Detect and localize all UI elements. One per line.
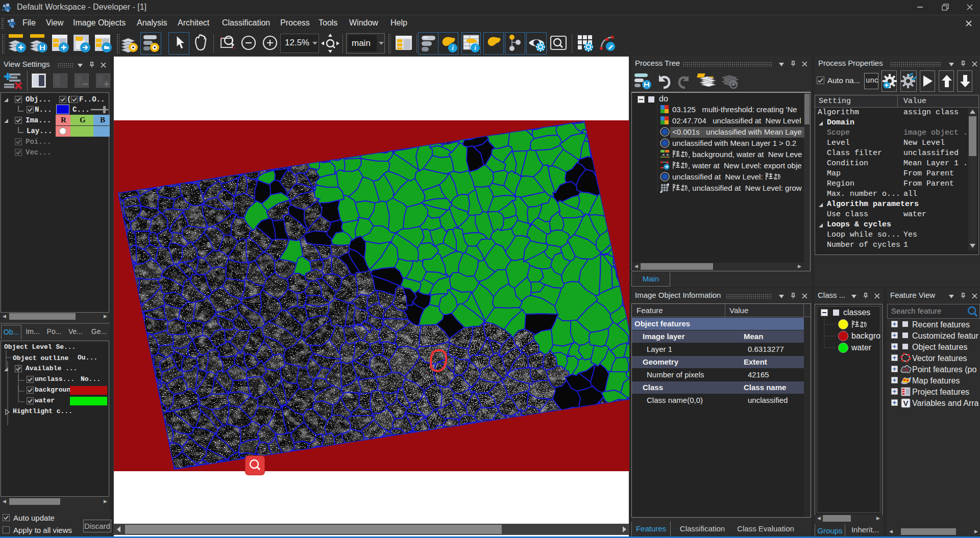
svg-text:V: V xyxy=(903,399,908,407)
svg-text:i: i xyxy=(452,44,454,52)
svg-text:i: i xyxy=(474,44,476,52)
